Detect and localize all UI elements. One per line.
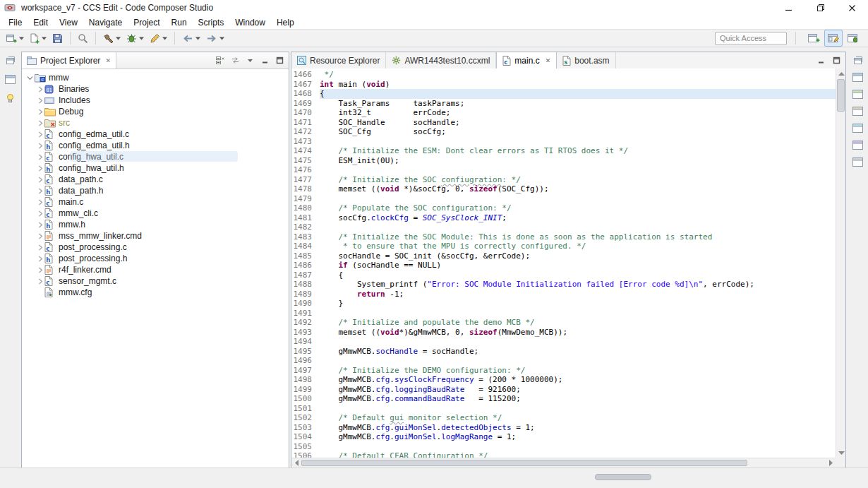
- line-number[interactable]: 1497: [291, 366, 320, 376]
- tab-awr1443test10-ccxml[interactable]: AWR1443test10.ccxml: [386, 52, 496, 69]
- view-menu-button[interactable]: [244, 55, 255, 66]
- line-number[interactable]: 1498: [291, 375, 320, 385]
- tab-main-c[interactable]: cmain.c✕: [496, 52, 557, 69]
- close-window-button[interactable]: [836, 0, 868, 16]
- line-number[interactable]: 1500: [291, 394, 320, 404]
- code-line[interactable]: 1485 socHandle = SOC_init (&socCfg, &err…: [291, 251, 836, 261]
- scroll-up-arrow-icon[interactable]: [836, 69, 846, 78]
- menu-window[interactable]: Window: [229, 16, 271, 29]
- line-number[interactable]: 1491: [291, 309, 320, 319]
- code-line[interactable]: 1487 {: [291, 270, 836, 280]
- back-button[interactable]: [180, 30, 203, 46]
- tree-item-main-c[interactable]: cmain.c: [22, 196, 289, 208]
- tree-item-includes[interactable]: Includes: [22, 95, 289, 106]
- line-number[interactable]: 1495: [291, 347, 320, 357]
- close-tab-icon[interactable]: ✕: [545, 57, 551, 64]
- minimized-view-button[interactable]: [3, 73, 18, 85]
- tree-item-mmw-h[interactable]: hmmw.h: [22, 219, 289, 230]
- code-line[interactable]: 1477 /* Initialize the SOC confiugration…: [291, 175, 836, 185]
- line-number[interactable]: 1470: [291, 108, 320, 118]
- line-number[interactable]: 1472: [291, 127, 320, 137]
- code-line[interactable]: 1489 return -1;: [291, 290, 836, 299]
- vertical-scrollbar-thumb[interactable]: [837, 79, 845, 112]
- tab-boot-asm[interactable]: sboot.asm: [557, 52, 615, 69]
- line-number[interactable]: 1494: [291, 337, 320, 347]
- code-line[interactable]: 1497 /* Initialize the DEMO configuratio…: [291, 366, 836, 376]
- code-line[interactable]: 1466 */: [291, 70, 836, 80]
- collapse-all-button[interactable]: [215, 55, 226, 66]
- line-number[interactable]: 1502: [291, 413, 320, 423]
- code-line[interactable]: 1496: [291, 356, 836, 366]
- expand-chevron-icon[interactable]: [35, 165, 44, 172]
- tree-item-config-hwa-util-c[interactable]: cconfig_hwa_util.c: [22, 151, 289, 162]
- tree-item-mss-mmw-linker-cmd[interactable]: mss_mmw_linker.cmd: [22, 230, 289, 242]
- line-number[interactable]: 1469: [291, 99, 320, 109]
- dropdown-caret-icon[interactable]: [139, 37, 144, 40]
- menu-navigate[interactable]: Navigate: [83, 16, 128, 29]
- code-line[interactable]: 1493 memset ((void*)&gMmwMCB, 0, sizeof(…: [291, 328, 836, 338]
- line-number[interactable]: 1482: [291, 222, 320, 232]
- code-line[interactable]: 1478 memset ((void *)&socCfg, 0, sizeof(…: [291, 184, 836, 194]
- code-line[interactable]: 1494: [291, 337, 836, 347]
- restore-pane-button[interactable]: [850, 54, 865, 66]
- forward-button[interactable]: [204, 30, 227, 46]
- expand-chevron-icon[interactable]: [35, 86, 44, 93]
- debug-button[interactable]: [124, 30, 146, 46]
- scroll-down-arrow-icon[interactable]: [836, 448, 846, 457]
- code-line[interactable]: 1469 Task_Params taskParams;: [291, 99, 836, 109]
- code-line[interactable]: 1481 socCfg.clockCfg = SOC_SysClock_INIT…: [291, 213, 836, 223]
- code-line[interactable]: 1468{: [291, 89, 836, 99]
- expand-chevron-icon[interactable]: [35, 177, 44, 183]
- tree-item-config-edma-util-h[interactable]: hconfig_edma_util.h: [22, 140, 289, 151]
- maximize-editor-button[interactable]: [831, 55, 842, 66]
- scroll-left-arrow-icon[interactable]: [292, 458, 301, 468]
- line-number[interactable]: 1490: [291, 299, 320, 309]
- code-line[interactable]: 1491: [291, 309, 836, 319]
- line-number[interactable]: 1471: [291, 118, 320, 128]
- build-button[interactable]: [101, 30, 123, 46]
- tree-item-mmw-cfg[interactable]: mmw.cfg: [22, 287, 289, 298]
- line-number[interactable]: 1483: [291, 232, 320, 242]
- line-number[interactable]: 1487: [291, 270, 320, 280]
- line-number[interactable]: 1503: [291, 423, 320, 433]
- flash-button[interactable]: [147, 30, 169, 46]
- tab-resource-explorer[interactable]: Resource Explorer: [291, 52, 386, 69]
- menu-run[interactable]: Run: [166, 16, 193, 29]
- dropdown-caret-icon[interactable]: [116, 37, 121, 40]
- restore-window-button[interactable]: [804, 0, 836, 16]
- code-line[interactable]: 1505: [291, 442, 836, 452]
- expand-chevron-icon[interactable]: [35, 199, 44, 206]
- collapse-chevron-icon[interactable]: [25, 75, 35, 81]
- expand-chevron-icon[interactable]: [35, 256, 44, 262]
- tree-item-src[interactable]: src: [22, 117, 289, 129]
- code-line[interactable]: 1488 System_printf ("Error: SOC Module I…: [291, 280, 836, 290]
- view-shortcut-6[interactable]: [850, 155, 865, 168]
- code-line[interactable]: 1474 /* Initialize the ESM: Dont clear e…: [291, 146, 836, 156]
- scroll-right-arrow-icon[interactable]: [826, 458, 835, 468]
- code-line[interactable]: 1473: [291, 137, 836, 147]
- code-line[interactable]: 1501: [291, 404, 836, 414]
- expand-chevron-icon[interactable]: [35, 131, 44, 138]
- menu-view[interactable]: View: [54, 16, 83, 29]
- code-line[interactable]: 1503 gMmwMCB.cfg.guiMonSel.detectedObjec…: [291, 423, 836, 433]
- search-button[interactable]: [76, 30, 90, 46]
- new-file-button[interactable]: [28, 30, 49, 46]
- tree-item-post-processing-h[interactable]: hpost_processing.h: [22, 253, 289, 264]
- line-number[interactable]: 1492: [291, 318, 320, 328]
- new-ccs-project-button[interactable]: [4, 30, 26, 46]
- bottom-scrollbar-thumb[interactable]: [595, 474, 651, 480]
- line-number[interactable]: 1485: [291, 251, 320, 261]
- code-line[interactable]: 1471 SOC_Handle socHandle;: [291, 118, 836, 128]
- dropdown-caret-icon[interactable]: [19, 37, 24, 40]
- maximize-view-button[interactable]: [274, 55, 285, 66]
- code-line[interactable]: 1495 gMmwMCB.socHandle = socHandle;: [291, 347, 836, 357]
- code-line[interactable]: 1476: [291, 165, 836, 175]
- tree-item-config-edma-util-c[interactable]: cconfig_edma_util.c: [22, 129, 289, 140]
- code-line[interactable]: 1480 /* Populate the SOC configuration: …: [291, 203, 836, 213]
- line-number[interactable]: 1489: [291, 290, 320, 299]
- code-line[interactable]: 1499 gMmwMCB.cfg.loggingBaudRate = 92160…: [291, 385, 836, 395]
- code-line[interactable]: 1502 /* Default gui monitor selection */: [291, 413, 836, 423]
- line-number[interactable]: 1479: [291, 194, 320, 204]
- code-line[interactable]: 1470 int32_t errCode;: [291, 108, 836, 118]
- line-number[interactable]: 1493: [291, 328, 320, 338]
